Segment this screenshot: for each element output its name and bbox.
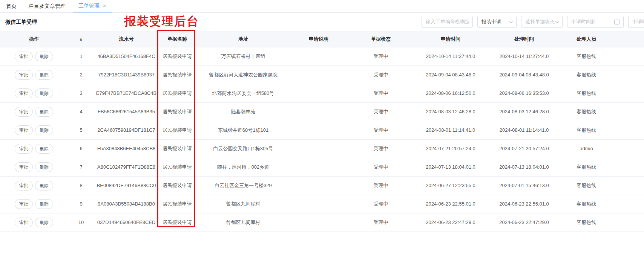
row-status: 受理中: [347, 219, 415, 226]
approve-button[interactable]: 审批: [15, 125, 33, 135]
row-actions: 审批 删除: [0, 218, 68, 227]
row-serial: F5A30848B6EE40458CB8: [94, 145, 158, 152]
row-apply-time: 2024-10-14 11:27:44.0: [415, 53, 486, 60]
tab-work-order-label: 工单管理: [78, 3, 100, 9]
row-doc-name: 居民报装申请: [158, 219, 196, 226]
table-header-row: 操作 # 流水号 单据名称 地址 申请说明 单据状态 申请时间 处理时间 处理人…: [0, 31, 644, 47]
row-process-time: 2024-10-14 11:27:44.0: [486, 53, 562, 60]
row-handler: 客服热线: [562, 53, 611, 60]
toolbar: 微信工单受理 输入工单编号模糊搜索 报装申请 选择单据状态 申请时间起 申请时间…: [0, 13, 644, 31]
chevron-down-icon: [509, 19, 513, 23]
delete-button[interactable]: 删除: [35, 125, 53, 135]
row-process-time: 2024-07-01 15:46:13.0: [486, 182, 562, 189]
row-index: 3: [68, 90, 94, 97]
search-placeholder: 输入工单编号模糊搜索: [426, 18, 469, 25]
delete-button[interactable]: 删除: [35, 70, 53, 80]
row-serial: A80C102479FF4F1D88E8: [94, 164, 158, 171]
row-address: 曾都区九间屋村: [196, 219, 290, 226]
row-serial: 7922F18C3D11439B8937: [94, 72, 158, 78]
table-row: 审批 删除 9 9A080A3B55084B4188B0 居民报装申请 曾都区九…: [0, 195, 644, 213]
row-serial: E79F47BB71E74DCA8C4B: [94, 90, 158, 97]
row-process-time: 2024-07-13 18:04:01.0: [486, 164, 562, 171]
tab-articles-management[interactable]: 栏目及文章管理: [29, 0, 66, 12]
row-serial: 46BA3D51504F46168F4C: [94, 53, 158, 60]
approve-button[interactable]: 审批: [15, 144, 33, 154]
row-status: 受理中: [347, 53, 415, 60]
row-handler: 客服热线: [562, 72, 611, 78]
order-status-select[interactable]: 选择单据状态: [521, 16, 563, 28]
row-address: 东城舜井道68号1栋101: [196, 127, 290, 134]
row-doc-name: 居民报装申请: [158, 127, 196, 134]
tab-work-order-management-active[interactable]: 工单管理 ✕: [73, 0, 112, 12]
row-process-time: 2024-08-03 12:46:28.0: [486, 108, 562, 115]
apply-date-start-input[interactable]: 申请时间起: [567, 16, 624, 28]
delete-button[interactable]: 删除: [35, 218, 53, 227]
row-process-time: 2024-06-23 22:47:29.0: [486, 219, 562, 226]
row-doc-name: 居民报装申请: [158, 108, 196, 115]
tab-home-label: 首页: [6, 3, 17, 10]
row-apply-time: 2024-09-04 08:43:48.0: [415, 72, 486, 78]
order-number-search-input[interactable]: 输入工单编号模糊搜索: [422, 16, 473, 28]
row-index: 8: [68, 182, 94, 189]
row-handler: 客服热线: [562, 108, 611, 115]
approve-button[interactable]: 审批: [15, 107, 33, 117]
chevron-down-icon: [555, 19, 559, 23]
column-header-doc-name: 单据名称: [158, 36, 196, 43]
approve-button[interactable]: 审批: [15, 199, 33, 209]
row-status: 受理中: [347, 182, 415, 189]
row-status: 受理中: [347, 108, 415, 115]
apply-date-end-input[interactable]: 申请时间止: [628, 16, 644, 28]
tab-home[interactable]: 首页: [6, 0, 17, 12]
row-process-time: 2024-08-01 11:14:41.0: [486, 127, 562, 134]
row-serial: FB56C686261545A89B35: [94, 108, 158, 115]
delete-button[interactable]: 删除: [35, 181, 53, 190]
row-actions: 审批 删除: [0, 199, 68, 209]
row-handler: 客服热线: [562, 201, 611, 207]
approve-button[interactable]: 审批: [15, 181, 33, 190]
delete-button[interactable]: 删除: [35, 107, 53, 117]
delete-button[interactable]: 删除: [35, 199, 53, 209]
row-process-time: 2024-09-04 08:43:48.0: [486, 72, 562, 78]
date-start-placeholder: 申请时间起: [571, 18, 596, 25]
row-actions: 审批 删除: [0, 107, 68, 117]
table-row: 审批 删除 2 7922F18C3D11439B8937 居民报装申请 曾都区沿…: [0, 66, 644, 84]
approve-button[interactable]: 审批: [15, 162, 33, 172]
close-icon[interactable]: ✕: [103, 4, 106, 8]
status-placeholder: 选择单据状态: [525, 18, 555, 25]
delete-button[interactable]: 删除: [35, 88, 53, 98]
row-address: 随县，淮河镇，002乡道: [196, 164, 290, 171]
row-process-time: 2024-06-23 22:55:01.0: [486, 201, 562, 207]
tab-bar: 首页 栏目及文章管理 工单管理 ✕: [0, 0, 644, 13]
row-address: 白云公园交叉路口1栋305号: [196, 145, 290, 152]
row-handler: 客服热线: [562, 90, 611, 97]
row-actions: 审批 删除: [0, 162, 68, 172]
row-index: 7: [68, 164, 94, 171]
order-type-select[interactable]: 报装申请: [477, 16, 517, 28]
row-index: 4: [68, 108, 94, 115]
approve-button[interactable]: 审批: [15, 218, 33, 227]
row-doc-name: 居民报装申请: [158, 145, 196, 152]
row-status: 受理中: [347, 201, 415, 207]
approve-button[interactable]: 审批: [15, 70, 33, 80]
page-title: 微信工单受理: [5, 13, 37, 31]
delete-button[interactable]: 删除: [35, 144, 53, 154]
column-header-actions: 操作: [0, 36, 68, 43]
column-header-serial: 流水号: [94, 36, 158, 43]
row-process-time: 2024-08-06 16:35:53.0: [486, 90, 562, 97]
row-actions: 审批 删除: [0, 181, 68, 190]
table-row: 审批 删除 10 037D1494660640FE8CED 居民报装申请 曾都区…: [0, 213, 644, 232]
delete-button[interactable]: 删除: [35, 52, 53, 61]
delete-button[interactable]: 删除: [35, 162, 53, 172]
approve-button[interactable]: 审批: [15, 52, 33, 61]
row-status: 受理中: [347, 72, 415, 78]
table-row: 审批 删除 8 BE00892DE79146B88CC0 居民报装申请 白云社区…: [0, 177, 644, 195]
approve-button[interactable]: 审批: [15, 88, 33, 98]
row-doc-name: 居民报装申请: [158, 53, 196, 60]
row-apply-time: 2024-07-21 20:57:24.0: [415, 145, 486, 152]
column-header-description: 申请说明: [290, 36, 347, 43]
row-handler: 客服热线: [562, 182, 611, 189]
table-row: 审批 删除 7 A80C102479FF4F1D88E8 居民报装申请 随县，淮…: [0, 158, 644, 177]
row-doc-name: 居民报装申请: [158, 201, 196, 207]
table-row: 审批 删除 1 46BA3D51504F46168F4C 居民报装申请 万店镇石…: [0, 47, 644, 66]
row-index: 10: [68, 219, 94, 226]
